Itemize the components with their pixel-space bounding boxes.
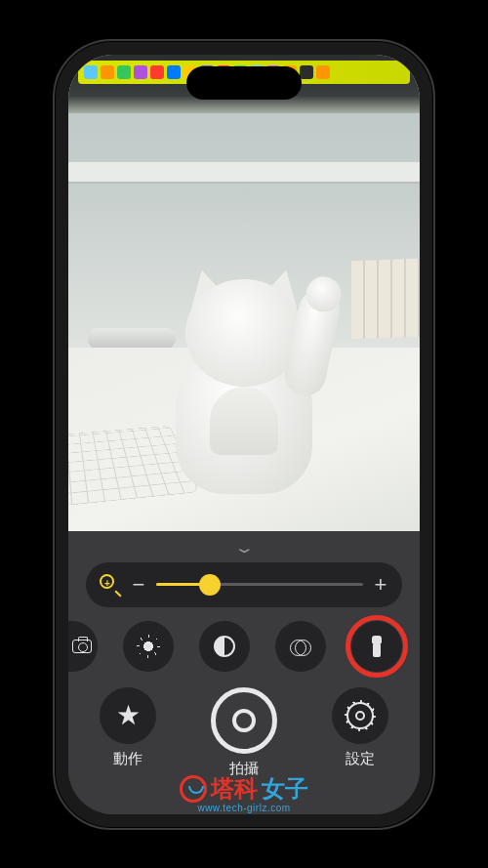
- contrast-icon: [214, 636, 235, 657]
- filters-icon: [289, 635, 312, 658]
- settings-label: 設定: [346, 750, 375, 768]
- adjustment-row: [86, 621, 402, 672]
- activities-button[interactable]: ★: [100, 687, 156, 744]
- flashlight-icon: [372, 636, 382, 657]
- scene-shelf: [68, 162, 420, 184]
- dynamic-island: [186, 66, 302, 100]
- contrast-button[interactable]: [199, 621, 250, 672]
- brightness-icon: [138, 636, 159, 657]
- shutter-button[interactable]: [211, 687, 277, 754]
- gear-icon: [346, 702, 374, 729]
- brightness-button[interactable]: [123, 621, 174, 672]
- zoom-slider-container: + − +: [86, 562, 402, 607]
- shutter-icon: [232, 709, 256, 732]
- phone-frame: ⌄ + − +: [53, 39, 435, 830]
- scene-books: [351, 258, 420, 338]
- zoom-slider[interactable]: [156, 583, 363, 586]
- star-icon: ★: [116, 702, 141, 729]
- screen: ⌄ + − +: [68, 55, 420, 814]
- magnifier-plus-icon[interactable]: +: [100, 574, 121, 596]
- camera-switch-button[interactable]: [68, 621, 98, 672]
- zoom-slider-thumb[interactable]: [199, 574, 221, 596]
- watermark-text-blue: 女子: [262, 773, 308, 805]
- camera-icon: [72, 640, 92, 653]
- settings-button[interactable]: [332, 687, 388, 744]
- watermark: 塔科女子 www.tech-girlz.com: [180, 773, 308, 813]
- bottom-row: ★ 動作 拍攝 設定: [86, 687, 402, 778]
- chevron-down-icon[interactable]: ⌄: [232, 539, 255, 557]
- flashlight-button[interactable]: [351, 621, 402, 672]
- zoom-in-button[interactable]: +: [373, 572, 388, 598]
- watermark-url: www.tech-girlz.com: [180, 803, 308, 813]
- control-panel: ⌄ + − +: [68, 531, 420, 814]
- zoom-out-button[interactable]: −: [131, 572, 146, 598]
- activities-label: 動作: [113, 750, 142, 768]
- scene-maneki-cat: [161, 250, 327, 494]
- watermark-text-red: 塔科: [211, 773, 258, 805]
- filters-button[interactable]: [275, 621, 326, 672]
- watermark-logo-icon: [180, 775, 207, 803]
- camera-viewfinder[interactable]: [68, 55, 420, 531]
